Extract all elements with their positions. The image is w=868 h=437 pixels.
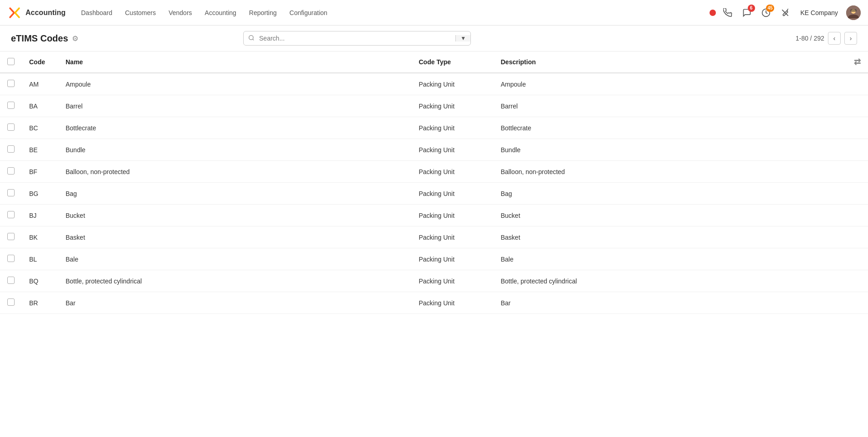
company-name[interactable]: KE Company <box>797 7 842 18</box>
row-description: Ampoule <box>494 73 847 95</box>
row-name[interactable]: Balloon, non-protected <box>58 161 412 183</box>
tools-icon-btn[interactable] <box>778 5 792 20</box>
row-name[interactable]: Bucket <box>58 205 412 226</box>
top-nav: Accounting Dashboard Customers Vendors A… <box>0 0 868 26</box>
row-options <box>847 292 868 314</box>
settings-gear-icon[interactable]: ⚙ <box>72 34 78 43</box>
row-options <box>847 248 868 270</box>
pagination-prev-btn[interactable]: ‹ <box>828 32 841 45</box>
nav-customers[interactable]: Customers <box>119 6 163 19</box>
status-indicator[interactable] <box>710 10 716 16</box>
table-header-row: Code Name Code Type Description ⇄ <box>0 51 868 73</box>
row-code: BA <box>22 95 58 117</box>
row-options <box>847 95 868 117</box>
row-checkbox-4[interactable] <box>7 167 15 175</box>
row-code: BQ <box>22 270 58 292</box>
user-avatar[interactable] <box>846 5 861 20</box>
phone-icon-btn[interactable] <box>720 5 735 20</box>
tools-icon <box>781 8 790 17</box>
th-options: ⇄ <box>847 51 868 73</box>
row-code: BC <box>22 117 58 139</box>
row-code-type: Packing Unit <box>412 248 494 270</box>
row-description: Bottlecrate <box>494 117 847 139</box>
row-description: Bundle <box>494 139 847 161</box>
page-title: eTIMS Codes <box>11 33 68 44</box>
row-checkbox-8[interactable] <box>7 255 15 262</box>
row-code: BG <box>22 183 58 205</box>
row-code-type: Packing Unit <box>412 73 494 95</box>
row-name[interactable]: Basket <box>58 226 412 248</box>
table-row: BJ Bucket Packing Unit Bucket <box>0 205 868 226</box>
pagination-text: 1-80 / 292 <box>796 35 824 42</box>
svg-point-6 <box>249 35 253 39</box>
table-row: BC Bottlecrate Packing Unit Bottlecrate <box>0 117 868 139</box>
row-checkbox-5[interactable] <box>7 189 15 196</box>
row-description: Barrel <box>494 95 847 117</box>
row-name[interactable]: Bag <box>58 183 412 205</box>
page-title-area: eTIMS Codes ⚙ <box>11 33 78 44</box>
row-checkbox-cell <box>0 226 22 248</box>
etims-codes-table: Code Name Code Type Description ⇄ AM Amp… <box>0 51 868 314</box>
th-code[interactable]: Code <box>22 51 58 73</box>
th-code-type[interactable]: Code Type <box>412 51 494 73</box>
nav-reporting[interactable]: Reporting <box>243 6 283 19</box>
row-checkbox-3[interactable] <box>7 145 15 153</box>
row-code-type: Packing Unit <box>412 183 494 205</box>
row-options <box>847 226 868 248</box>
pagination-next-btn[interactable]: › <box>844 32 857 45</box>
messages-icon-btn[interactable]: 6 <box>740 5 754 20</box>
row-checkbox-cell <box>0 183 22 205</box>
row-checkbox-cell <box>0 270 22 292</box>
search-bar: ▼ <box>243 31 471 46</box>
search-dropdown-btn[interactable]: ▼ <box>455 35 470 41</box>
phone-icon <box>723 8 732 17</box>
row-name[interactable]: Bottle, protected cylindrical <box>58 270 412 292</box>
column-options-icon[interactable]: ⇄ <box>854 57 861 67</box>
row-code: BE <box>22 139 58 161</box>
sub-header: eTIMS Codes ⚙ ▼ 1-80 / 292 ‹ › <box>0 26 868 51</box>
row-checkbox-1[interactable] <box>7 102 15 109</box>
row-code-type: Packing Unit <box>412 161 494 183</box>
row-checkbox-cell <box>0 73 22 95</box>
nav-items: Dashboard Customers Vendors Accounting R… <box>75 6 708 19</box>
row-description: Bag <box>494 183 847 205</box>
th-description[interactable]: Description <box>494 51 847 73</box>
row-checkbox-cell <box>0 95 22 117</box>
row-name[interactable]: Bale <box>58 248 412 270</box>
search-input[interactable] <box>259 31 455 45</box>
table-row: BR Bar Packing Unit Bar <box>0 292 868 314</box>
nav-vendors[interactable]: Vendors <box>162 6 198 19</box>
row-checkbox-cell <box>0 161 22 183</box>
row-name[interactable]: Ampoule <box>58 73 412 95</box>
th-name[interactable]: Name <box>58 51 412 73</box>
row-checkbox-0[interactable] <box>7 80 15 87</box>
nav-dashboard[interactable]: Dashboard <box>75 6 119 19</box>
app-logo[interactable]: Accounting <box>7 5 66 20</box>
row-options <box>847 270 868 292</box>
select-all-checkbox[interactable] <box>7 58 15 65</box>
row-code-type: Packing Unit <box>412 292 494 314</box>
row-checkbox-6[interactable] <box>7 211 15 218</box>
messages-badge: 6 <box>748 5 755 12</box>
avatar-icon <box>846 5 861 20</box>
row-checkbox-cell <box>0 117 22 139</box>
row-checkbox-2[interactable] <box>7 123 15 131</box>
nav-accounting[interactable]: Accounting <box>199 6 243 19</box>
row-name[interactable]: Barrel <box>58 95 412 117</box>
row-code: AM <box>22 73 58 95</box>
row-name[interactable]: Bar <box>58 292 412 314</box>
nav-configuration[interactable]: Configuration <box>283 6 334 19</box>
row-checkbox-cell <box>0 248 22 270</box>
row-checkbox-10[interactable] <box>7 298 15 306</box>
clock-icon-btn[interactable]: 45 <box>759 5 773 20</box>
row-checkbox-7[interactable] <box>7 233 15 240</box>
table-row: BL Bale Packing Unit Bale <box>0 248 868 270</box>
row-checkbox-9[interactable] <box>7 277 15 284</box>
row-description: Bottle, protected cylindrical <box>494 270 847 292</box>
row-name[interactable]: Bundle <box>58 139 412 161</box>
row-code: BL <box>22 248 58 270</box>
row-code-type: Packing Unit <box>412 226 494 248</box>
row-name[interactable]: Bottlecrate <box>58 117 412 139</box>
app-name: Accounting <box>26 9 66 17</box>
table-row: BG Bag Packing Unit Bag <box>0 183 868 205</box>
